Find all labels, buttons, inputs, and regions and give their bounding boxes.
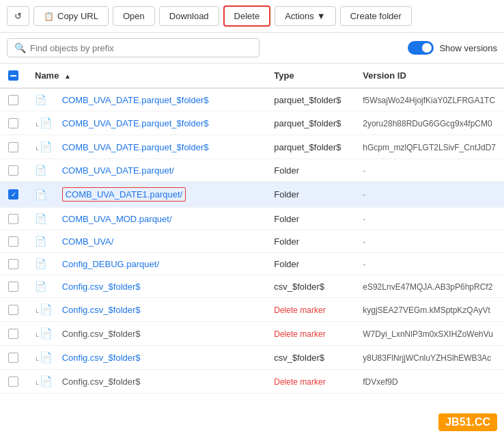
version-id-value: y8U83FlNrjjWCnluYZHSlhEWB3Ac bbox=[363, 353, 491, 363]
file-type-label: Folder bbox=[274, 165, 299, 176]
file-name-link[interactable]: COMB_UVA_DATE.parquet_$folder$ bbox=[62, 118, 209, 128]
file-name-link[interactable]: COMB_UVA_DATE.parquet_$folder$ bbox=[62, 142, 209, 152]
file-name-link[interactable]: COMB_UVA_DATE.parquet/ bbox=[62, 165, 174, 176]
file-type-cell: parquet_$folder$ bbox=[266, 88, 354, 111]
row-checkbox[interactable] bbox=[0, 253, 27, 275]
file-name-link[interactable]: Config_DEBUG.parquet/ bbox=[62, 259, 159, 269]
file-name-link[interactable]: COMB_UVA_DATE1.parquet/ bbox=[62, 187, 186, 202]
file-name-cell: Config.csv_$folder$ bbox=[54, 370, 266, 394]
create-folder-button[interactable]: Create folder bbox=[340, 6, 412, 26]
download-button[interactable]: Download bbox=[159, 6, 219, 26]
version-id-cell: fDVxef9D bbox=[354, 370, 504, 394]
actions-button[interactable]: Actions ▼ bbox=[275, 6, 336, 26]
name-header[interactable]: Name ▲ bbox=[27, 64, 266, 88]
file-name-link[interactable]: Config.csv_$folder$ bbox=[62, 282, 141, 292]
file-name-cell: Config_DEBUG.parquet/ bbox=[54, 253, 266, 275]
row-checkbox[interactable] bbox=[0, 88, 27, 111]
file-icon: 📄 bbox=[40, 351, 53, 364]
select-all-header[interactable] bbox=[0, 64, 27, 88]
file-type-cell: Folder bbox=[266, 230, 354, 253]
file-type-cell: Folder bbox=[266, 159, 354, 182]
delete-marker-label: Delete marker bbox=[274, 377, 325, 387]
table-row: └📄COMB_UVA_DATE.parquet_$folder$parquet_… bbox=[0, 111, 504, 135]
search-input[interactable] bbox=[30, 43, 252, 53]
file-icon: 📄 bbox=[40, 141, 53, 153]
row-checkbox[interactable] bbox=[0, 159, 27, 182]
row-checkbox[interactable]: ✓ bbox=[0, 182, 27, 208]
file-icon-cell: 📄 bbox=[27, 182, 54, 208]
version-id-value: - bbox=[363, 259, 365, 269]
file-name-link[interactable]: COMB_UVA/ bbox=[62, 236, 114, 247]
version-id-value: - bbox=[363, 236, 365, 247]
file-type-label: Folder bbox=[274, 236, 299, 247]
row-checkbox[interactable] bbox=[0, 298, 27, 322]
file-name-link[interactable]: COMB_UVA_DATE.parquet_$folder$ bbox=[62, 95, 209, 105]
table-row: 📄Config.csv_$folder$csv_$folder$eS92LnvE… bbox=[0, 275, 504, 298]
table-row: 📄COMB_UVA/Folder- bbox=[0, 230, 504, 253]
row-checkbox[interactable] bbox=[0, 230, 27, 253]
type-header[interactable]: Type bbox=[266, 64, 354, 88]
table-row: └📄Config.csv_$folder$csv_$folder$y8U83Fl… bbox=[0, 346, 504, 370]
open-label: Open bbox=[123, 11, 145, 21]
file-name-link[interactable]: Config.csv_$folder$ bbox=[62, 353, 141, 363]
table-row: 📄COMB_UVA_DATE.parquet_$folder$parquet_$… bbox=[0, 88, 504, 111]
file-type-cell: Folder bbox=[266, 182, 354, 208]
file-icon-cell: └📄 bbox=[27, 111, 54, 135]
file-name-cell: COMB_UVA_DATE.parquet_$folder$ bbox=[54, 111, 266, 135]
file-type-cell: Delete marker bbox=[266, 370, 354, 394]
table-wrap: Name ▲ Type Version ID 📄COMB_UVA_DATE.pa… bbox=[0, 64, 504, 394]
row-checkbox[interactable] bbox=[0, 322, 27, 346]
version-id-value: - bbox=[363, 189, 365, 200]
file-name-link[interactable]: Config.csv_$folder$ bbox=[62, 305, 141, 315]
download-label: Download bbox=[169, 11, 209, 21]
file-type-label: parquet_$folder$ bbox=[274, 118, 341, 128]
actions-label: Actions bbox=[285, 11, 314, 21]
file-name-text: Config.csv_$folder$ bbox=[62, 329, 141, 339]
file-type-label: parquet_$folder$ bbox=[274, 95, 341, 105]
version-id-cell: - bbox=[354, 182, 504, 208]
create-folder-label: Create folder bbox=[350, 11, 402, 21]
row-checkbox[interactable] bbox=[0, 370, 27, 394]
search-bar: 🔍 Show versions bbox=[0, 33, 504, 64]
row-checkbox[interactable] bbox=[0, 208, 27, 230]
refresh-button[interactable]: ↺ bbox=[7, 6, 29, 26]
version-id-cell: - bbox=[354, 159, 504, 182]
search-input-wrap: 🔍 bbox=[7, 38, 260, 57]
file-name-link[interactable]: COMB_UVA_MOD.parquet/ bbox=[62, 214, 172, 224]
row-checkbox[interactable] bbox=[0, 346, 27, 370]
file-name-cell: COMB_UVA_DATE.parquet_$folder$ bbox=[54, 135, 266, 159]
open-button[interactable]: Open bbox=[113, 6, 155, 26]
version-id-value: eS92LnvE47MQJA.AB3pP6hpRCf2 bbox=[363, 282, 492, 292]
table-row: └📄Config.csv_$folder$Delete markerfDVxef… bbox=[0, 370, 504, 394]
file-name-cell: COMB_UVA_DATE.parquet_$folder$ bbox=[54, 88, 266, 111]
version-id-header[interactable]: Version ID bbox=[354, 64, 504, 88]
table-row: └📄Config.csv_$folder$Delete markerW7Dyi_… bbox=[0, 322, 504, 346]
show-versions-label: Show versions bbox=[439, 43, 497, 53]
sort-arrow-icon: ▲ bbox=[64, 72, 71, 80]
table-row: └📄Config.csv_$folder$Delete markerkygjSE… bbox=[0, 298, 504, 322]
table-row: └📄COMB_UVA_DATE.parquet_$folder$parquet_… bbox=[0, 135, 504, 159]
delete-button[interactable]: Delete bbox=[223, 5, 271, 27]
file-icon-cell: └📄 bbox=[27, 135, 54, 159]
file-name-cell: Config.csv_$folder$ bbox=[54, 322, 266, 346]
row-checkbox[interactable] bbox=[0, 135, 27, 159]
file-name-cell: COMB_UVA/ bbox=[54, 230, 266, 253]
file-icon-cell: └📄 bbox=[27, 370, 54, 394]
copy-url-button[interactable]: 📋 Copy URL bbox=[33, 6, 109, 26]
file-icon: 📄 bbox=[35, 236, 46, 247]
show-versions-toggle[interactable] bbox=[408, 41, 434, 55]
file-name-cell: COMB_UVA_DATE1.parquet/ bbox=[54, 182, 266, 208]
file-name-cell: Config.csv_$folder$ bbox=[54, 298, 266, 322]
version-id-cell: kygjSEA27VEGm.kMSptpKzQAyVt bbox=[354, 298, 504, 322]
file-icon-cell: 📄 bbox=[27, 275, 54, 298]
version-id-value: hGcpm_mzlQFLGT2LSivF_CntJdD7 bbox=[363, 143, 496, 152]
version-id-value: f5WsajWo24HjojfKiaY0ZLFRGA1TC bbox=[363, 96, 495, 105]
file-icon-cell: 📄 bbox=[27, 159, 54, 182]
file-type-label: csv_$folder$ bbox=[274, 282, 324, 292]
toolbar: ↺ 📋 Copy URL Open Download Delete Action… bbox=[0, 0, 504, 33]
search-icon: 🔍 bbox=[14, 42, 26, 53]
file-icon-cell: 📄 bbox=[27, 208, 54, 230]
row-checkbox[interactable] bbox=[0, 111, 27, 135]
row-checkbox[interactable] bbox=[0, 275, 27, 298]
file-icon: 📄 bbox=[40, 327, 53, 340]
